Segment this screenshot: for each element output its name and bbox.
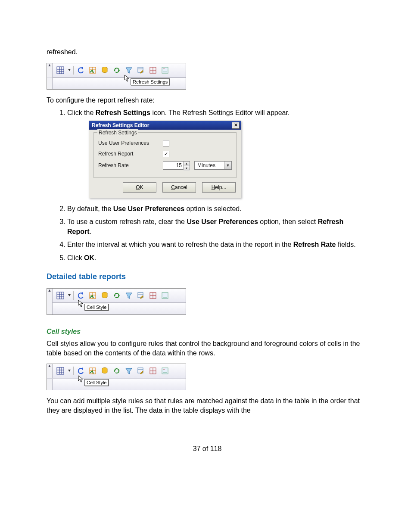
svg-marker-27 [68,294,71,296]
help-button[interactable]: Help... [202,182,236,193]
step-1: Click the Refresh Settings icon. The Ref… [67,108,368,198]
spinner-down-icon[interactable]: ▼ [184,166,190,171]
toolbar-handle: ▲ [47,289,53,303]
table-icon [55,290,65,301]
spinner-up-icon[interactable]: ▲ [184,162,190,166]
dialog-titlebar: Refresh Settings Editor ✕ [89,121,241,130]
cursor-icon [124,75,131,82]
group-legend: Refresh Settings [97,129,138,137]
filter-icon [124,65,134,75]
database-icon [100,65,110,75]
refresh-rate-value: 15 [163,162,183,169]
close-button[interactable]: ✕ [232,122,240,129]
step-4: Enter the interval at which you want to … [67,240,368,249]
separator [73,66,74,75]
svg-marker-33 [114,295,115,297]
separator [73,291,74,300]
cell-styles-para: Cell styles allow you to configure rules… [47,339,368,358]
undo-icon [75,366,86,376]
refresh-settings-icon [112,290,122,301]
toolbar-cell-style-figure-1: ▲ T Cell Style [47,288,186,315]
text-template-icon: T [160,65,170,75]
svg-text:T: T [163,293,165,297]
refresh-settings-icon [112,65,122,75]
toolbar-cell-style-figure-2: ▲ T Cell Style [47,364,186,390]
cancel-button[interactable]: Cancel [162,182,196,193]
steps-list: Click the Refresh Settings icon. The Ref… [47,108,368,263]
svg-marker-50 [81,367,83,370]
step-3: To use a custom refresh rate, clear the … [67,217,368,236]
cell-style-icon [87,366,98,376]
cell-style-icon [87,290,98,301]
subsection-cell-styles: Cell styles [47,328,368,336]
text-template-icon: T [160,366,170,376]
refresh-rate-unit-value: Minutes [195,162,224,169]
dialog-title: Refresh Settings Editor [92,122,149,129]
grid-styled-icon [148,366,158,376]
tooltip-cell-style: Cell Style [84,304,109,311]
dropdown-arrow-icon [67,366,72,376]
svg-marker-28 [81,292,83,295]
svg-marker-6 [81,67,83,70]
grid-styled-icon [148,65,158,75]
filter-icon [124,366,134,376]
svg-marker-11 [114,70,115,72]
svg-marker-5 [68,69,71,71]
filter-icon [124,290,134,301]
svg-rect-44 [57,367,64,374]
text-template-icon: T [160,290,170,301]
table-icon [55,366,65,376]
grid-styled-icon [148,290,158,301]
svg-marker-13 [126,68,132,73]
refresh-rate-spinner[interactable]: 15 ▲▼ [163,161,190,170]
cursor-icon [78,300,84,308]
close-icon: ✕ [234,123,238,128]
dropdown-arrow-icon [67,290,72,301]
database-icon [100,366,110,376]
svg-rect-0 [57,67,64,74]
toolbar-handle: ▲ [47,63,53,78]
svg-marker-49 [68,370,71,372]
table-icon [55,65,65,75]
refresh-settings-editor-dialog: Refresh Settings Editor ✕ Refresh Settin… [89,121,241,198]
database-icon [100,290,110,301]
svg-rect-22 [57,292,64,299]
step-2: By default, the Use User Preferences opt… [67,204,368,214]
section-detailed-table-reports: Detailed table reports [47,272,368,281]
separator [73,367,74,375]
svg-text:T: T [163,368,165,372]
scheduled-report-icon [136,65,146,75]
cursor-icon [78,375,84,383]
toolbar-refresh-settings-figure: ▲ T Refresh Settings [47,63,186,90]
step-5: Click OK. [67,253,368,263]
use-user-preferences-checkbox[interactable] [163,140,169,146]
refresh-settings-group: Refresh Settings Use User Preferences Re… [93,132,237,178]
tooltip-cell-style: Cell Style [84,379,109,386]
svg-marker-57 [126,368,132,374]
refresh-report-checkbox[interactable]: ✓ [163,151,169,157]
scheduled-report-icon [136,290,146,301]
refresh-report-label: Refresh Report [98,150,159,158]
use-user-preferences-label: Use User Preferences [98,140,159,147]
svg-marker-55 [114,370,115,372]
svg-marker-35 [126,293,132,299]
tooltip-refresh-settings: Refresh Settings [131,78,170,85]
undo-icon [75,65,86,75]
intro-tail: refreshed. [47,47,368,57]
svg-text:T: T [163,68,165,72]
refresh-rate-label: Refresh Rate [98,162,154,169]
refresh-settings-icon [112,366,122,376]
toolbar-handle: ▲ [47,364,53,378]
ok-button[interactable]: OK [123,182,156,193]
configure-intro: To configure the report refresh rate: [47,96,368,105]
dropdown-arrow-icon [67,65,72,75]
page-footer: 37 of 118 [47,445,368,453]
cell-style-icon [87,65,98,75]
chevron-down-icon: ▼ [224,162,231,169]
scheduled-report-icon [136,366,146,376]
final-para: You can add multiple style rules so that… [47,396,368,415]
undo-icon [75,290,86,301]
refresh-rate-unit-combo[interactable]: Minutes ▼ [194,161,232,170]
